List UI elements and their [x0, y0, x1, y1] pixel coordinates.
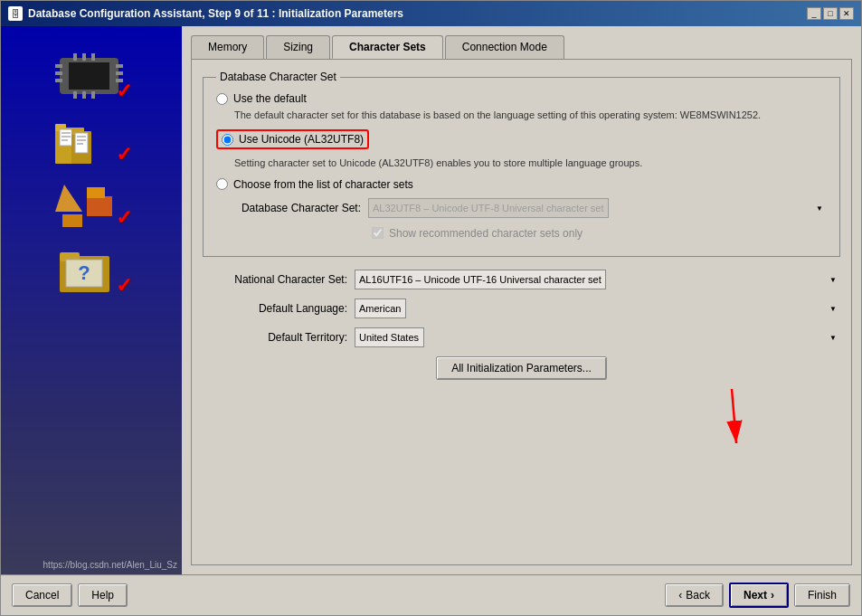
tab-character-sets[interactable]: Character Sets	[332, 35, 443, 59]
default-territory-label: Default Territory:	[203, 331, 347, 344]
footer: Cancel Help ‹ Back Next › Finish	[1, 574, 861, 615]
svg-rect-3	[55, 71, 62, 75]
cancel-button[interactable]: Cancel	[12, 583, 72, 607]
show-recommended-row: Show recommended character sets only	[372, 227, 827, 240]
tab-content-character-sets: Database Character Set Use the default T…	[191, 59, 852, 565]
use-unicode-description: Setting character set to Unicode (AL32UT…	[234, 156, 827, 170]
back-button[interactable]: ‹ Back	[665, 583, 724, 607]
svg-rect-11	[73, 91, 77, 99]
svg-rect-12	[82, 91, 86, 99]
show-recommended-checkbox[interactable]	[372, 227, 384, 239]
step4-icon-item: ? ✓	[55, 243, 128, 298]
question-folder-icon: ?	[55, 243, 118, 296]
main-window: 🗄 Database Configuration Assistant, Step…	[0, 0, 862, 616]
svg-rect-27	[87, 196, 112, 216]
default-territory-row: Default Territory: United States	[203, 327, 840, 347]
shapes-icon	[55, 180, 118, 230]
svg-rect-5	[116, 64, 123, 68]
watermark: https://blog.csdn.net/Alen_Liu_Sz	[43, 560, 177, 570]
finish-button[interactable]: Finish	[794, 583, 850, 607]
all-init-params-button[interactable]: All Initialization Parameters...	[436, 356, 607, 380]
minimize-button[interactable]: _	[807, 7, 821, 20]
svg-rect-1	[69, 62, 109, 90]
check1-icon: ✓	[116, 80, 132, 103]
svg-text:?: ?	[78, 261, 90, 284]
tab-connection-mode[interactable]: Connection Mode	[445, 35, 564, 59]
svg-rect-2	[55, 64, 62, 68]
default-language-select[interactable]: American	[355, 299, 406, 318]
step2-icon-item: ✓	[55, 117, 128, 166]
back-chevron-icon: ‹	[678, 589, 682, 602]
svg-marker-26	[55, 185, 82, 212]
check2-icon: ✓	[116, 143, 132, 166]
step1-icon-item: ✓	[55, 53, 128, 103]
use-default-row: Use the default	[216, 92, 827, 105]
national-charset-label: National Character Set:	[203, 273, 347, 286]
svg-line-35	[732, 389, 736, 443]
check3-icon: ✓	[116, 206, 132, 230]
use-default-description: The default character set for this datab…	[234, 109, 827, 122]
national-charset-row: National Character Set: AL16UTF16 – Unic…	[203, 270, 840, 289]
left-panel: ✓	[1, 26, 182, 574]
help-button[interactable]: Help	[78, 583, 128, 607]
svg-rect-10	[91, 53, 95, 61]
step3-icon-item: ✓	[55, 180, 128, 230]
svg-rect-8	[73, 53, 77, 61]
section-legend: Database Character Set	[216, 71, 340, 83]
app-icon: 🗄	[8, 6, 23, 21]
svg-rect-4	[55, 79, 62, 82]
svg-rect-16	[60, 129, 72, 146]
footer-left-buttons: Cancel Help	[12, 583, 128, 607]
close-button[interactable]: ✕	[839, 7, 854, 20]
use-default-radio[interactable]	[216, 93, 228, 105]
svg-rect-29	[87, 187, 105, 198]
svg-rect-13	[91, 91, 95, 99]
right-panel: Memory Sizing Character Sets Connection …	[182, 26, 861, 574]
footer-right-buttons: ‹ Back Next › Finish	[665, 583, 850, 608]
database-character-set-section: Database Character Set Use the default T…	[203, 71, 840, 257]
next-button[interactable]: Next ›	[729, 583, 789, 608]
svg-rect-6	[116, 71, 123, 75]
next-chevron-icon: ›	[771, 589, 774, 602]
check4-icon: ✓	[116, 274, 132, 298]
default-territory-select[interactable]: United States	[355, 327, 424, 347]
show-recommended-label: Show recommended character sets only	[389, 227, 583, 240]
choose-list-radio[interactable]	[216, 178, 228, 190]
unicode-highlight-box: Use Unicode (AL32UTF8)	[216, 129, 369, 149]
db-charset-label: Database Character Set:	[216, 202, 361, 214]
folder-docs-icon	[55, 117, 123, 166]
tabs-container: Memory Sizing Character Sets Connection …	[191, 35, 852, 59]
choose-list-row: Choose from the list of character sets	[216, 178, 827, 191]
use-unicode-label[interactable]: Use Unicode (AL32UTF8)	[239, 133, 364, 146]
tab-sizing[interactable]: Sizing	[266, 35, 330, 59]
title-bar: 🗄 Database Configuration Assistant, Step…	[1, 1, 861, 26]
choose-list-label[interactable]: Choose from the list of character sets	[233, 178, 413, 191]
use-unicode-row: Use Unicode (AL32UTF8)	[216, 129, 827, 153]
maximize-button[interactable]: □	[823, 7, 838, 20]
content-area: ✓	[1, 26, 861, 574]
chip-icon	[55, 53, 123, 99]
default-language-row: Default Language: American	[203, 299, 840, 318]
arrow-indicator-icon	[605, 384, 786, 457]
tab-memory[interactable]: Memory	[191, 35, 264, 59]
db-charset-select[interactable]: AL32UTF8 – Unicode UTF-8 Universal chara…	[368, 198, 609, 218]
svg-rect-9	[82, 53, 86, 61]
default-language-label: Default Language:	[203, 302, 347, 315]
svg-rect-28	[62, 214, 82, 227]
window-title: Database Configuration Assistant, Step 9…	[28, 7, 403, 20]
all-init-params-row: All Initialization Parameters...	[203, 356, 840, 380]
db-charset-row: Database Character Set: AL32UTF8 – Unico…	[216, 198, 827, 218]
use-unicode-radio[interactable]	[222, 134, 233, 146]
use-default-label[interactable]: Use the default	[233, 92, 307, 105]
national-charset-select[interactable]: AL16UTF16 – Unicode UTF-16 Universal cha…	[355, 270, 606, 289]
